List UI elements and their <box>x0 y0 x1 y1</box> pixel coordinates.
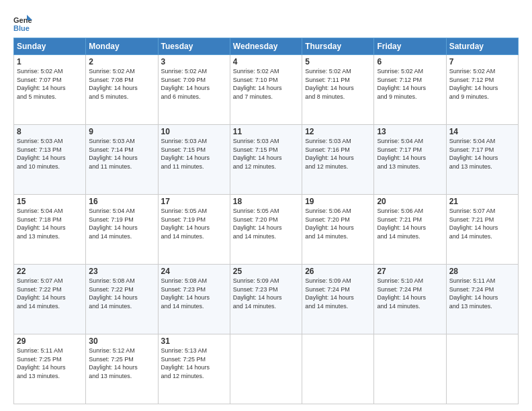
header: General Blue <box>13 11 519 32</box>
day-cell: 25Sunrise: 5:09 AM Sunset: 7:23 PM Dayli… <box>230 265 302 334</box>
day-number: 21 <box>449 197 515 206</box>
day-number: 12 <box>305 127 371 136</box>
header-cell-sunday: Sunday <box>14 38 86 55</box>
day-info: Sunrise: 5:10 AM Sunset: 7:24 PM Dayligh… <box>377 277 443 310</box>
day-number: 13 <box>377 127 443 136</box>
day-cell: 17Sunrise: 5:05 AM Sunset: 7:19 PM Dayli… <box>158 195 230 265</box>
day-info: Sunrise: 5:11 AM Sunset: 7:25 PM Dayligh… <box>17 347 83 380</box>
day-info: Sunrise: 5:05 AM Sunset: 7:19 PM Dayligh… <box>161 207 227 240</box>
day-number: 19 <box>305 197 371 206</box>
calendar-body: 1Sunrise: 5:02 AM Sunset: 7:07 PM Daylig… <box>14 55 519 404</box>
logo: General Blue <box>13 13 35 32</box>
day-cell: 16Sunrise: 5:04 AM Sunset: 7:19 PM Dayli… <box>86 195 158 265</box>
day-info: Sunrise: 5:07 AM Sunset: 7:22 PM Dayligh… <box>17 277 83 310</box>
day-info: Sunrise: 5:06 AM Sunset: 7:21 PM Dayligh… <box>377 207 443 240</box>
day-number: 4 <box>233 57 299 66</box>
day-number: 20 <box>377 197 443 206</box>
day-number: 14 <box>449 127 515 136</box>
day-number: 16 <box>89 197 154 206</box>
header-cell-monday: Monday <box>86 38 158 55</box>
day-number: 29 <box>17 336 83 346</box>
day-cell: 18Sunrise: 5:05 AM Sunset: 7:20 PM Dayli… <box>230 195 302 265</box>
week-row-3: 15Sunrise: 5:04 AM Sunset: 7:18 PM Dayli… <box>14 195 519 265</box>
day-cell: 26Sunrise: 5:09 AM Sunset: 7:24 PM Dayli… <box>302 265 374 334</box>
day-info: Sunrise: 5:03 AM Sunset: 7:15 PM Dayligh… <box>161 137 227 171</box>
day-info: Sunrise: 5:04 AM Sunset: 7:17 PM Dayligh… <box>449 137 515 171</box>
page: General Blue SundayMondayTuesdayWednesda… <box>0 0 532 411</box>
day-number: 31 <box>161 336 227 346</box>
day-number: 18 <box>233 197 299 206</box>
day-cell: 21Sunrise: 5:07 AM Sunset: 7:21 PM Dayli… <box>446 195 518 265</box>
week-row-1: 1Sunrise: 5:02 AM Sunset: 7:07 PM Daylig… <box>14 55 519 125</box>
day-cell: 29Sunrise: 5:11 AM Sunset: 7:25 PM Dayli… <box>14 334 86 404</box>
header-cell-thursday: Thursday <box>302 38 374 55</box>
day-cell: 22Sunrise: 5:07 AM Sunset: 7:22 PM Dayli… <box>14 265 86 334</box>
day-number: 10 <box>161 127 227 136</box>
day-cell: 14Sunrise: 5:04 AM Sunset: 7:17 PM Dayli… <box>446 125 518 195</box>
day-cell: 20Sunrise: 5:06 AM Sunset: 7:21 PM Dayli… <box>374 195 446 265</box>
day-number: 8 <box>17 127 83 136</box>
day-cell: 1Sunrise: 5:02 AM Sunset: 7:07 PM Daylig… <box>14 55 86 125</box>
day-info: Sunrise: 5:04 AM Sunset: 7:17 PM Dayligh… <box>377 137 443 171</box>
day-number: 26 <box>305 267 371 276</box>
day-cell: 28Sunrise: 5:11 AM Sunset: 7:24 PM Dayli… <box>446 265 518 334</box>
day-number: 7 <box>449 57 515 66</box>
day-number: 24 <box>161 267 227 276</box>
day-info: Sunrise: 5:05 AM Sunset: 7:20 PM Dayligh… <box>233 207 299 240</box>
day-cell: 30Sunrise: 5:12 AM Sunset: 7:25 PM Dayli… <box>86 334 158 404</box>
day-number: 27 <box>377 267 443 276</box>
day-info: Sunrise: 5:12 AM Sunset: 7:25 PM Dayligh… <box>89 347 154 380</box>
day-cell: 3Sunrise: 5:02 AM Sunset: 7:09 PM Daylig… <box>158 55 230 125</box>
day-number: 28 <box>449 267 515 276</box>
header-cell-saturday: Saturday <box>446 38 518 55</box>
day-cell: 9Sunrise: 5:03 AM Sunset: 7:14 PM Daylig… <box>86 125 158 195</box>
day-info: Sunrise: 5:02 AM Sunset: 7:09 PM Dayligh… <box>161 67 227 101</box>
day-cell: 31Sunrise: 5:13 AM Sunset: 7:25 PM Dayli… <box>158 334 230 404</box>
day-cell: 10Sunrise: 5:03 AM Sunset: 7:15 PM Dayli… <box>158 125 230 195</box>
week-row-5: 29Sunrise: 5:11 AM Sunset: 7:25 PM Dayli… <box>14 334 519 404</box>
day-number: 9 <box>89 127 154 136</box>
day-number: 23 <box>89 267 154 276</box>
day-info: Sunrise: 5:02 AM Sunset: 7:12 PM Dayligh… <box>377 67 443 101</box>
day-info: Sunrise: 5:06 AM Sunset: 7:20 PM Dayligh… <box>305 207 371 240</box>
day-info: Sunrise: 5:03 AM Sunset: 7:15 PM Dayligh… <box>233 137 299 171</box>
day-info: Sunrise: 5:02 AM Sunset: 7:12 PM Dayligh… <box>449 67 515 101</box>
week-row-4: 22Sunrise: 5:07 AM Sunset: 7:22 PM Dayli… <box>14 265 519 334</box>
day-number: 3 <box>161 57 227 66</box>
day-cell: 6Sunrise: 5:02 AM Sunset: 7:12 PM Daylig… <box>374 55 446 125</box>
day-cell: 15Sunrise: 5:04 AM Sunset: 7:18 PM Dayli… <box>14 195 86 265</box>
day-info: Sunrise: 5:02 AM Sunset: 7:11 PM Dayligh… <box>305 67 371 101</box>
day-info: Sunrise: 5:09 AM Sunset: 7:23 PM Dayligh… <box>233 277 299 310</box>
day-cell <box>230 334 302 404</box>
day-cell: 19Sunrise: 5:06 AM Sunset: 7:20 PM Dayli… <box>302 195 374 265</box>
day-cell: 12Sunrise: 5:03 AM Sunset: 7:16 PM Dayli… <box>302 125 374 195</box>
day-info: Sunrise: 5:02 AM Sunset: 7:08 PM Dayligh… <box>89 67 154 101</box>
day-cell: 7Sunrise: 5:02 AM Sunset: 7:12 PM Daylig… <box>446 55 518 125</box>
day-cell <box>302 334 374 404</box>
week-row-2: 8Sunrise: 5:03 AM Sunset: 7:13 PM Daylig… <box>14 125 519 195</box>
day-info: Sunrise: 5:04 AM Sunset: 7:19 PM Dayligh… <box>89 207 154 240</box>
day-info: Sunrise: 5:07 AM Sunset: 7:21 PM Dayligh… <box>449 207 515 240</box>
day-cell: 23Sunrise: 5:08 AM Sunset: 7:22 PM Dayli… <box>86 265 158 334</box>
day-info: Sunrise: 5:03 AM Sunset: 7:14 PM Dayligh… <box>89 137 154 171</box>
day-cell: 11Sunrise: 5:03 AM Sunset: 7:15 PM Dayli… <box>230 125 302 195</box>
header-cell-friday: Friday <box>374 38 446 55</box>
day-info: Sunrise: 5:02 AM Sunset: 7:10 PM Dayligh… <box>233 67 299 101</box>
day-cell: 24Sunrise: 5:08 AM Sunset: 7:23 PM Dayli… <box>158 265 230 334</box>
day-info: Sunrise: 5:03 AM Sunset: 7:13 PM Dayligh… <box>17 137 83 171</box>
svg-text:Blue: Blue <box>13 24 30 32</box>
day-cell: 8Sunrise: 5:03 AM Sunset: 7:13 PM Daylig… <box>14 125 86 195</box>
day-number: 30 <box>89 336 154 346</box>
day-number: 17 <box>161 197 227 206</box>
day-number: 6 <box>377 57 443 66</box>
day-cell <box>446 334 518 404</box>
day-info: Sunrise: 5:11 AM Sunset: 7:24 PM Dayligh… <box>449 277 515 310</box>
day-number: 2 <box>89 57 154 66</box>
day-cell: 13Sunrise: 5:04 AM Sunset: 7:17 PM Dayli… <box>374 125 446 195</box>
day-info: Sunrise: 5:02 AM Sunset: 7:07 PM Dayligh… <box>17 67 83 101</box>
day-number: 11 <box>233 127 299 136</box>
day-info: Sunrise: 5:08 AM Sunset: 7:22 PM Dayligh… <box>89 277 154 310</box>
day-cell: 2Sunrise: 5:02 AM Sunset: 7:08 PM Daylig… <box>86 55 158 125</box>
day-number: 25 <box>233 267 299 276</box>
header-row: SundayMondayTuesdayWednesdayThursdayFrid… <box>14 38 519 55</box>
